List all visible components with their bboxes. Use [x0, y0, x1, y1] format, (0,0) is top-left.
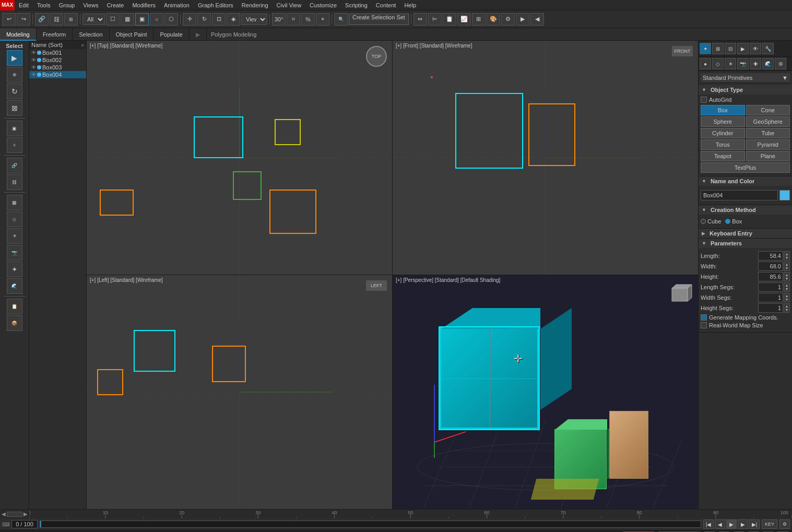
go-start-btn[interactable]: |◀	[703, 519, 714, 529]
length-spinner-down[interactable]: ▼	[785, 256, 789, 259]
space-warp-tool[interactable]: 🌊	[7, 278, 22, 294]
height-segs-down[interactable]: ▼	[785, 308, 789, 312]
go-end-btn[interactable]: ▶|	[749, 519, 760, 529]
schematic-view[interactable]: ⊞	[472, 13, 486, 26]
container-tool[interactable]: 📦	[7, 315, 22, 331]
tab-populate[interactable]: Populate	[153, 28, 189, 41]
light-icon[interactable]: ☀	[725, 58, 736, 69]
helper-tool[interactable]: ✚	[7, 262, 22, 277]
menu-help[interactable]: Help	[400, 0, 420, 10]
box-orange-left-1[interactable]	[212, 346, 246, 382]
timeline-next-btn[interactable]: ▶	[23, 511, 28, 517]
scene-item-box003[interactable]: 👁 Box003	[29, 64, 86, 71]
box-orange-top-2[interactable]	[100, 190, 134, 216]
prim-btn-plane[interactable]: Plane	[746, 151, 790, 161]
create-selection-set-button[interactable]: Create Selection Set	[349, 14, 409, 25]
curve-editor[interactable]: 📈	[457, 13, 471, 26]
box-orange-top-1[interactable]	[269, 190, 316, 234]
length-segs-up[interactable]: ▲	[785, 283, 789, 287]
menu-animation[interactable]: Animation	[160, 0, 194, 10]
height-spinner-up[interactable]: ▲	[785, 273, 789, 277]
link-button[interactable]: 🔗	[35, 13, 49, 26]
prim-btn-cone[interactable]: Cone	[746, 105, 790, 115]
motion-panel-btn[interactable]: ▶	[737, 43, 749, 54]
box-green-top-1[interactable]	[233, 171, 262, 200]
link-tool[interactable]: 🔗	[7, 158, 22, 173]
viewport-gizmo-left[interactable]: LEFT	[366, 280, 387, 291]
camera-tool[interactable]: 📷	[7, 245, 22, 261]
menu-rendering[interactable]: Rendering	[238, 0, 273, 10]
render-setup[interactable]: ⚙	[501, 13, 515, 26]
viewport-gizmo-3d[interactable]	[667, 280, 693, 306]
geometry-tool[interactable]: ▦	[7, 195, 22, 210]
width-segs-up[interactable]: ▲	[785, 294, 789, 298]
prim-btn-sphere[interactable]: Sphere	[701, 116, 745, 127]
scale-tool[interactable]: ⊠	[7, 100, 22, 116]
width-segs-input[interactable]	[758, 293, 783, 302]
move-tool[interactable]: ⊕	[7, 67, 22, 82]
spinner-snap[interactable]: ⌖	[316, 13, 329, 26]
autogrid-checkbox[interactable]	[701, 97, 707, 103]
width-spinner[interactable]: ▲ ▼	[784, 262, 790, 271]
viewport-top[interactable]: [+] [Top] [Standard] [Wireframe]	[87, 41, 392, 275]
box-cyan-front[interactable]	[455, 93, 523, 169]
width-input[interactable]	[758, 262, 783, 271]
box-3d-brown[interactable]	[609, 411, 648, 479]
creation-method-header[interactable]: ▼ Creation Method	[699, 205, 792, 215]
menu-graph-editors[interactable]: Graph Editors	[194, 0, 238, 10]
prim-btn-textplus[interactable]: TextPlus	[701, 162, 790, 173]
display-panel-btn[interactable]: 👁	[750, 43, 761, 54]
move-button[interactable]: ✛	[183, 13, 196, 26]
viewport-left[interactable]: [+] [Left] [Standard] [Wireframe] LEFT	[87, 275, 392, 509]
timeline-track[interactable]	[40, 521, 701, 528]
viewport-gizmo-top[interactable]: TOP	[366, 46, 387, 67]
utilities-panel-btn[interactable]: 🔧	[762, 43, 774, 54]
rotate-button[interactable]: ↻	[197, 13, 211, 26]
primitive-type-dropdown[interactable]: Standard Primitives ▼	[701, 73, 790, 83]
geometry-icon[interactable]: ●	[700, 58, 711, 69]
mirror-button[interactable]: ⇔	[413, 13, 427, 26]
layer-tool[interactable]: 📋	[7, 299, 22, 314]
menu-modifiers[interactable]: Modifiers	[128, 0, 160, 10]
height-input[interactable]	[758, 272, 783, 281]
layer-manager[interactable]: 📋	[443, 13, 456, 26]
viewport-perspective[interactable]: [+] [Perspective] [Standard] [Default Sh…	[393, 275, 698, 509]
next-frame-btn[interactable]: ▶	[738, 519, 748, 529]
filter-dropdown[interactable]: All	[82, 14, 105, 25]
menu-edit[interactable]: Edit	[15, 0, 33, 10]
box-3d-cyan[interactable]	[440, 327, 539, 429]
length-input[interactable]	[758, 251, 783, 261]
undo-button[interactable]: ↩	[2, 13, 16, 26]
menu-views[interactable]: Views	[79, 0, 102, 10]
length-segs-down[interactable]: ▼	[785, 287, 789, 291]
timeline-scroll[interactable]	[7, 512, 22, 517]
play-btn[interactable]: ▶	[726, 519, 737, 529]
select-tool[interactable]: ▶	[7, 50, 22, 66]
rect-select-button[interactable]: ▣	[135, 13, 149, 26]
key-mode-btn[interactable]: KEY	[762, 519, 777, 529]
scene-expand-btn[interactable]: »	[81, 42, 84, 48]
box-yellow-top[interactable]	[275, 119, 301, 145]
box-cyan-left[interactable]	[134, 330, 175, 372]
tab-object-paint[interactable]: Object Paint	[110, 28, 154, 41]
render-frame[interactable]: ▶	[516, 13, 529, 26]
align-button[interactable]: ⊨	[428, 13, 442, 26]
rotate-tool[interactable]: ↻	[7, 84, 22, 99]
box-orange-front-1[interactable]	[528, 103, 575, 166]
gen-mapping-checkbox[interactable]	[701, 314, 707, 321]
width-spinner-up[interactable]: ▲	[785, 263, 789, 266]
spacewarp-icon[interactable]: 🌊	[762, 58, 774, 69]
eye-icon-1[interactable]: 👁	[31, 50, 36, 55]
keyboard-entry-header[interactable]: ▶ Keyboard Entry	[699, 229, 792, 238]
box-cyan-top[interactable]	[194, 116, 243, 158]
light-tool[interactable]: ☀	[7, 228, 22, 244]
length-segs-spinner[interactable]: ▲ ▼	[784, 282, 790, 292]
height-segs-input[interactable]	[758, 303, 783, 313]
unlink-tool[interactable]: ⛓	[7, 174, 22, 190]
angle-snap[interactable]: ⌗	[287, 13, 300, 26]
prim-btn-cylinder[interactable]: Cylinder	[701, 128, 745, 138]
object-type-header[interactable]: ▼ Object Type	[699, 85, 792, 94]
scene-item-box002[interactable]: 👁 Box002	[29, 56, 86, 64]
scene-item-box001[interactable]: 👁 Box001	[29, 49, 86, 56]
shape-tool[interactable]: ◇	[7, 211, 22, 227]
